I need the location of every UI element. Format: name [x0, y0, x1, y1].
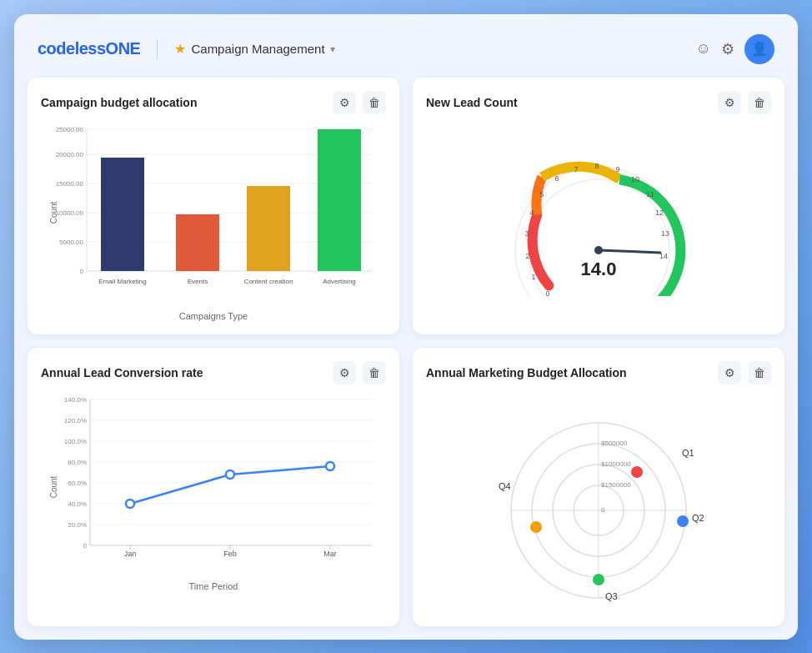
dot-q3 — [593, 574, 604, 585]
line-dot-mar — [326, 462, 334, 470]
lead-card-actions: ⚙ 🗑 — [718, 91, 771, 114]
svg-text:3: 3 — [524, 229, 529, 238]
logo-text: codeless — [38, 39, 106, 58]
emoji-icon-btn[interactable]: ☺ — [696, 40, 711, 58]
svg-text:Email Marketing: Email Marketing — [98, 278, 146, 285]
conversion-card-actions: ⚙ 🗑 — [333, 361, 386, 384]
avatar-icon: 👤 — [751, 41, 768, 57]
conversion-card-title: Annual Lead Conversion rate — [41, 366, 203, 379]
gauge-value-text: 14.0 — [581, 259, 617, 279]
svg-text:15000.00: 15000.00 — [56, 180, 84, 188]
svg-text:Content creation: Content creation — [244, 278, 293, 285]
svg-text:11: 11 — [646, 190, 654, 198]
logo-accent: ONE — [106, 39, 141, 58]
svg-text:0: 0 — [83, 542, 88, 550]
svg-text:$1000000: $1000000 — [601, 460, 631, 468]
svg-text:13: 13 — [661, 229, 669, 238]
gauge-center-dot — [594, 246, 603, 254]
svg-text:2: 2 — [525, 252, 529, 260]
polar-chart-container: $1500000 $1000000 $500000 0 Q1 Q2 Q3 Q4 — [426, 391, 771, 613]
svg-text:Q4: Q4 — [499, 481, 511, 491]
lead-settings-btn[interactable]: ⚙ — [718, 91, 741, 114]
line-chart: Count 0 20.0% 40.0% 60.0% 80.0% 100.0% — [41, 391, 386, 591]
dot-q2 — [677, 515, 689, 527]
gauge-container: 0 1 2 3 4 5 6 7 8 9 10 11 12 13 14 — [426, 121, 771, 304]
logo: codelessONE — [38, 39, 140, 58]
marketing-card-title: Annual Marketing Budget Allocation — [426, 366, 627, 379]
svg-text:Mar: Mar — [323, 550, 337, 558]
svg-text:140.0%: 140.0% — [64, 396, 87, 404]
star-icon: ★ — [174, 41, 186, 57]
svg-text:10: 10 — [631, 175, 639, 183]
svg-text:10000.00: 10000.00 — [56, 209, 84, 217]
x-axis-label: Campaigns Type — [41, 311, 386, 321]
svg-text:Q3: Q3 — [605, 591, 618, 601]
conversion-delete-btn[interactable]: 🗑 — [363, 361, 386, 384]
svg-text:40.0%: 40.0% — [68, 500, 87, 508]
dot-q1 — [631, 466, 643, 478]
svg-text:Feb: Feb — [223, 550, 237, 558]
svg-text:0: 0 — [545, 289, 549, 296]
bar-chart: Count 0 5000.00 10000.00 15000.00 20000.… — [41, 121, 386, 321]
svg-text:60.0%: 60.0% — [68, 480, 87, 487]
line-x-label: Time Period — [41, 581, 386, 591]
lead-card-header: New Lead Count ⚙ 🗑 — [426, 91, 771, 114]
marketing-budget-card: Annual Marketing Budget Allocation ⚙ 🗑 — [413, 348, 784, 626]
lead-delete-btn[interactable]: 🗑 — [748, 91, 771, 114]
chevron-down-icon: ▾ — [330, 43, 335, 55]
svg-text:0: 0 — [601, 506, 605, 514]
bar-advertising — [318, 129, 361, 271]
svg-text:$1500000: $1500000 — [601, 481, 631, 489]
line-dot-feb — [226, 470, 234, 479]
nav-title-text: Campaign Management — [191, 42, 324, 56]
svg-text:Q1: Q1 — [682, 448, 694, 458]
svg-text:5000.00: 5000.00 — [59, 239, 83, 246]
svg-text:Count: Count — [49, 475, 58, 498]
budget-allocation-card: Campaign budget allocation ⚙ 🗑 Count 0 5… — [28, 78, 399, 334]
lead-card-title: New Lead Count — [426, 96, 518, 109]
svg-text:20000.00: 20000.00 — [56, 151, 84, 158]
svg-text:6: 6 — [554, 174, 559, 183]
svg-text:8: 8 — [594, 162, 599, 170]
line-chart-svg: Count 0 20.0% 40.0% 60.0% 80.0% 100.0% — [41, 391, 386, 575]
svg-text:100.0%: 100.0% — [64, 438, 87, 445]
svg-text:0: 0 — [80, 268, 84, 275]
bar-events — [176, 214, 219, 271]
budget-card-header: Campaign budget allocation ⚙ 🗑 — [41, 91, 386, 114]
svg-text:Advertising: Advertising — [323, 278, 356, 285]
header-divider — [157, 39, 158, 59]
header-right: ☺ ⚙ 👤 — [696, 34, 774, 64]
gauge-needle — [599, 250, 660, 253]
svg-text:Jan: Jan — [124, 550, 137, 558]
svg-text:5: 5 — [539, 190, 544, 198]
marketing-card-actions: ⚙ 🗑 — [718, 361, 771, 384]
line-dot-jan — [126, 500, 134, 508]
budget-delete-btn[interactable]: 🗑 — [363, 91, 386, 114]
dashboard: codelessONE ★ Campaign Management ▾ ☺ ⚙ … — [14, 14, 798, 640]
svg-text:80.0%: 80.0% — [68, 459, 87, 466]
avatar[interactable]: 👤 — [744, 34, 774, 64]
header: codelessONE ★ Campaign Management ▾ ☺ ⚙ … — [28, 28, 784, 78]
marketing-card-header: Annual Marketing Budget Allocation ⚙ 🗑 — [426, 361, 771, 384]
budget-card-actions: ⚙ 🗑 — [333, 91, 386, 114]
budget-settings-btn[interactable]: ⚙ — [333, 91, 356, 114]
conversion-settings-btn[interactable]: ⚙ — [333, 361, 356, 384]
svg-text:20.0%: 20.0% — [68, 521, 87, 529]
new-lead-count-card: New Lead Count ⚙ 🗑 — [413, 78, 784, 334]
polar-chart-svg: $1500000 $1000000 $500000 0 Q1 Q2 Q3 Q4 — [449, 398, 749, 606]
gauge-svg: 0 1 2 3 4 5 6 7 8 9 10 11 12 13 14 — [482, 129, 715, 296]
gear-icon-btn[interactable]: ⚙ — [721, 40, 734, 58]
marketing-settings-btn[interactable]: ⚙ — [718, 361, 741, 384]
svg-text:120.0%: 120.0% — [64, 417, 87, 424]
svg-text:Events: Events — [188, 278, 208, 285]
svg-text:9: 9 — [615, 165, 619, 173]
marketing-delete-btn[interactable]: 🗑 — [748, 361, 771, 384]
dot-q4 — [530, 521, 542, 533]
conversion-rate-card: Annual Lead Conversion rate ⚙ 🗑 Count 0 … — [28, 348, 399, 626]
svg-text:Q2: Q2 — [692, 513, 704, 523]
bar-content — [247, 186, 290, 271]
svg-text:$500000: $500000 — [601, 440, 628, 447]
bar-email-marketing — [101, 158, 144, 271]
dashboard-grid: Campaign budget allocation ⚙ 🗑 Count 0 5… — [28, 78, 784, 626]
conversion-card-header: Annual Lead Conversion rate ⚙ 🗑 — [41, 361, 386, 384]
